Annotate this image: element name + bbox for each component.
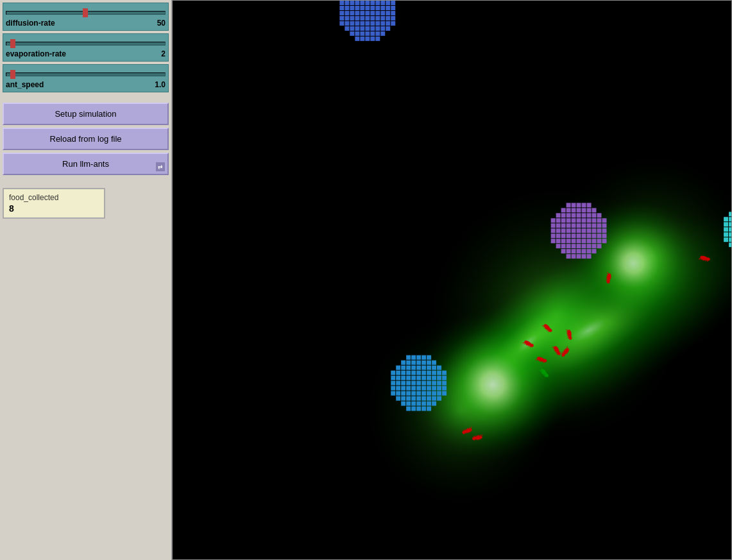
diffusion-rate-slider[interactable]: diffusion-rate 50 [3, 3, 169, 31]
evaporation-rate-slider[interactable]: evaporation-rate 2 [3, 33, 169, 62]
monitor-value: 8 [9, 203, 99, 214]
diffusion-rate-thumb[interactable] [83, 8, 88, 17]
evaporation-rate-thumb[interactable] [10, 39, 15, 48]
ant-speed-slider[interactable]: ant_speed 1.0 [3, 64, 169, 92]
monitor-label: food_collected [9, 193, 99, 202]
ant-speed-thumb[interactable] [10, 70, 15, 79]
evaporation-rate-track[interactable] [6, 39, 166, 48]
run-button-wrap: Run llm-ants ⇄ [3, 153, 169, 175]
ant-speed-value: 1.0 [155, 80, 166, 89]
reload-button[interactable]: Reload from log file [3, 128, 169, 150]
evaporation-rate-label: evaporation-rate [6, 49, 66, 58]
diffusion-rate-track[interactable] [6, 8, 166, 17]
ant-speed-track[interactable] [6, 70, 166, 79]
simulation-canvas [173, 1, 731, 559]
ant-speed-label: ant_speed [6, 80, 44, 89]
diffusion-rate-label: diffusion-rate [6, 19, 55, 28]
monitor-box: food_collected 8 [3, 188, 105, 219]
simulation-area [172, 0, 732, 560]
diffusion-rate-value: 50 [157, 19, 166, 28]
run-icon: ⇄ [156, 162, 165, 171]
setup-button[interactable]: Setup simulation [3, 103, 169, 125]
left-panel: diffusion-rate 50 evaporation-rate 2 ant… [0, 0, 172, 560]
run-button[interactable]: Run llm-ants [3, 153, 169, 175]
evaporation-rate-value: 2 [161, 49, 166, 58]
